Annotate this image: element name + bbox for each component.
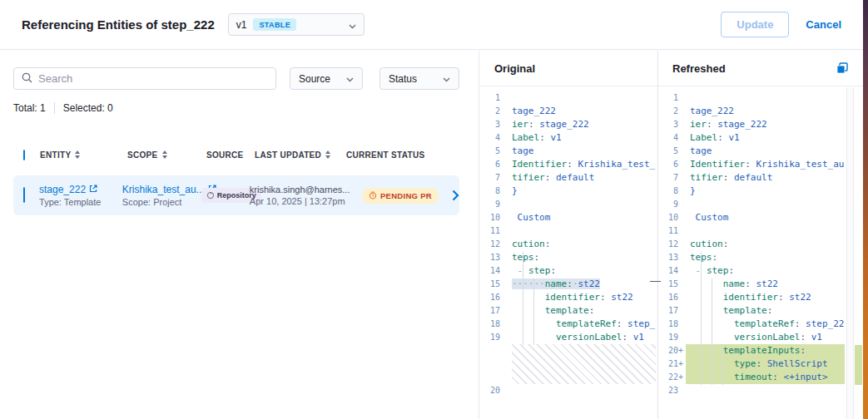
diff-marker: [678, 384, 686, 397]
diff-marker: [678, 198, 686, 211]
code-text: ······name:·st22: [508, 278, 656, 291]
code-line: 9: [658, 198, 863, 211]
row-expand-chevron[interactable]: [452, 190, 459, 201]
code-text: }: [686, 185, 845, 198]
code-text: timeout: <+input>: [686, 371, 845, 384]
refreshed-code[interactable]: 12tage_2223ier: stage_2224Label: v15tage…: [658, 86, 863, 397]
code-text: [508, 224, 656, 238]
line-number: 18: [658, 318, 678, 331]
table-row[interactable]: stage_222 Type: Template Krishika_test_a…: [13, 175, 459, 215]
line-number: 5: [658, 145, 678, 158]
select-all-checkbox[interactable]: [23, 150, 25, 160]
scope-link[interactable]: Krishika_test_au...: [122, 184, 205, 195]
code-line: 5tage: [658, 145, 863, 158]
code-line: 4Label: v1: [480, 131, 657, 145]
diff-marker: [678, 185, 686, 198]
code-text: Label: v1: [508, 131, 656, 145]
line-number: 18: [480, 318, 500, 331]
indent-guide: [701, 252, 702, 385]
column-entity[interactable]: ENTITY: [40, 150, 71, 160]
code-text: Custom: [686, 211, 845, 224]
code-line: 14 - step:: [480, 264, 657, 278]
diff-marker: [678, 251, 686, 264]
code-line: 2tage_222: [480, 105, 657, 118]
line-number: 6: [658, 158, 678, 171]
code-text: Label: v1: [686, 131, 845, 145]
diff-marker: [500, 211, 508, 224]
diff-marker: [678, 171, 686, 185]
entity-link[interactable]: stage_222: [39, 184, 86, 195]
sort-icon[interactable]: [162, 150, 167, 159]
code-text: templateInputs:: [686, 344, 845, 357]
diff-marker: [678, 331, 686, 344]
code-line: 1: [480, 91, 657, 105]
update-button[interactable]: Update: [721, 12, 789, 37]
code-text: type: ShellScript: [686, 357, 845, 371]
diff-marker: [500, 291, 508, 304]
code-line: 2tage_222: [658, 105, 863, 118]
external-link-icon[interactable]: [89, 184, 97, 195]
original-pane-header: Original: [480, 51, 657, 86]
indent-guide: [712, 279, 712, 385]
search-input[interactable]: [38, 72, 268, 85]
diff-marker: [678, 211, 686, 224]
line-number: 14: [658, 264, 678, 278]
code-text: [686, 384, 845, 397]
status-filter-dropdown[interactable]: Status: [379, 67, 459, 90]
code-line: 13teps:: [658, 251, 863, 264]
code-line: 6Identifier: Krishika_test_aut: [480, 158, 657, 171]
diff-marker: [678, 238, 686, 251]
diff-marker: [678, 291, 686, 304]
diff-marker: [500, 105, 508, 118]
code-line: 3ier: stage_222: [480, 118, 657, 131]
row-checkbox[interactable]: [23, 187, 25, 203]
diff-marker: [500, 264, 508, 278]
code-line: 17 template:: [480, 304, 657, 318]
filters-row: Source Status: [13, 67, 465, 90]
code-line: 16 identifier: st22: [480, 291, 657, 304]
diff-marker: [678, 304, 686, 318]
line-number: 14: [480, 264, 500, 278]
code-line: 17 template:: [658, 304, 863, 318]
code-text: [686, 224, 845, 238]
cancel-button[interactable]: Cancel: [806, 18, 841, 31]
diff-marker: [500, 131, 508, 145]
code-line: 18 templateRef: step_222: [658, 318, 863, 331]
original-title: Original: [494, 62, 535, 75]
code-text: cution:: [686, 238, 845, 251]
code-text: teps:: [508, 251, 656, 264]
column-last-updated[interactable]: LAST UPDATED: [255, 150, 321, 160]
code-text: identifier: st22: [508, 291, 656, 304]
version-dropdown[interactable]: v1 STABLE: [228, 13, 365, 36]
original-code[interactable]: 12tage_2223ier: stage_2224Label: v15tage…: [480, 86, 657, 397]
chevron-down-icon: [443, 73, 450, 85]
source-filter-dropdown[interactable]: Source: [290, 67, 363, 90]
line-number: 6: [480, 158, 500, 171]
code-text: teps:: [686, 251, 845, 264]
code-text: Identifier: Krishika_test_aut: [508, 158, 656, 171]
sort-icon[interactable]: [75, 150, 80, 159]
copy-icon[interactable]: [836, 62, 849, 75]
code-text: identifier: st22: [686, 291, 845, 304]
column-scope[interactable]: SCOPE: [127, 150, 158, 160]
indent-guide: [533, 279, 534, 345]
code-line: 7tifier: default: [658, 171, 863, 185]
results-summary: Total: 1 Selected: 0: [13, 101, 465, 114]
diff-marker: [500, 318, 508, 331]
line-number: 7: [480, 171, 500, 185]
diff-change-connector: [650, 281, 661, 282]
line-number: 15: [658, 278, 678, 291]
line-number: 8: [480, 185, 500, 198]
code-line: 12cution:: [658, 238, 863, 251]
sort-icon[interactable]: [325, 150, 330, 159]
code-text: [508, 91, 656, 105]
code-text: [508, 198, 656, 211]
diff-marker: [500, 238, 508, 251]
line-number: 12: [480, 238, 500, 251]
diff-scrollbar[interactable]: [846, 87, 854, 419]
code-text: Identifier: Krishika_test_aut: [686, 158, 845, 171]
code-text: name: st22: [686, 278, 845, 291]
repository-icon: [206, 191, 215, 200]
diff-marker: [500, 384, 508, 397]
code-line: 13teps:: [480, 251, 657, 264]
